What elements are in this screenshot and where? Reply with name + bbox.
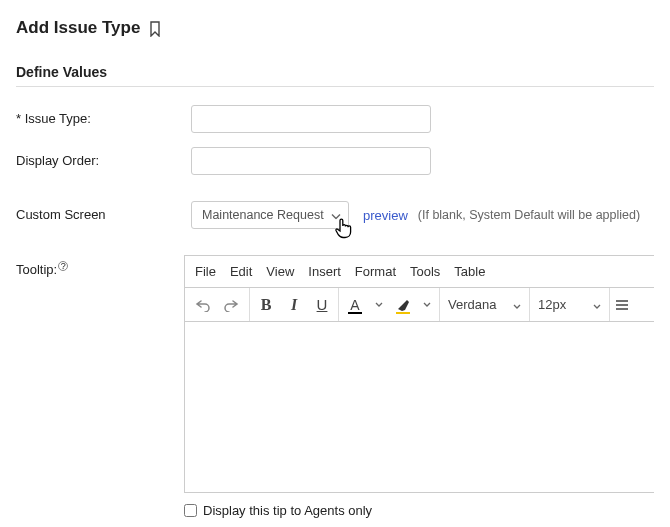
font-color-button[interactable]: A xyxy=(341,288,369,322)
editor-menu-edit[interactable]: Edit xyxy=(230,264,252,279)
preview-link[interactable]: preview xyxy=(363,208,408,223)
rich-text-editor: File Edit View Insert Format Tools Table xyxy=(184,255,654,493)
highlight-button[interactable] xyxy=(389,288,417,322)
chevron-down-icon xyxy=(513,297,521,312)
highlight-chevron[interactable] xyxy=(417,288,437,322)
issue-type-label: * Issue Type: xyxy=(16,105,191,126)
page-title: Add Issue Type xyxy=(16,18,140,38)
agents-only-checkbox[interactable] xyxy=(184,504,197,517)
font-size-select[interactable]: 12px xyxy=(530,288,610,321)
display-order-input[interactable] xyxy=(191,147,431,175)
editor-menubar: File Edit View Insert Format Tools Table xyxy=(185,256,654,288)
more-options-button[interactable] xyxy=(610,288,634,321)
editor-body[interactable] xyxy=(185,322,654,492)
editor-toolbar: B I U A xyxy=(185,288,654,322)
bold-button[interactable]: B xyxy=(252,288,280,322)
section-heading: Define Values xyxy=(16,64,654,80)
tooltip-label: Tooltip:? xyxy=(16,255,184,277)
issue-type-input[interactable] xyxy=(191,105,431,133)
editor-menu-file[interactable]: File xyxy=(195,264,216,279)
redo-button[interactable] xyxy=(217,288,245,322)
editor-menu-table[interactable]: Table xyxy=(454,264,485,279)
undo-button[interactable] xyxy=(189,288,217,322)
editor-menu-tools[interactable]: Tools xyxy=(410,264,440,279)
italic-button[interactable]: I xyxy=(280,288,308,322)
chevron-down-icon xyxy=(593,297,601,312)
editor-menu-insert[interactable]: Insert xyxy=(308,264,341,279)
font-color-chevron[interactable] xyxy=(369,288,389,322)
display-order-label: Display Order: xyxy=(16,147,191,168)
custom-screen-hint: (If blank, System Default will be applie… xyxy=(418,208,640,222)
section-divider xyxy=(16,86,654,87)
custom-screen-select[interactable]: Maintenance Request xyxy=(191,201,349,229)
editor-menu-view[interactable]: View xyxy=(266,264,294,279)
bookmark-icon[interactable] xyxy=(148,21,162,40)
editor-menu-format[interactable]: Format xyxy=(355,264,396,279)
agents-only-label: Display this tip to Agents only xyxy=(203,503,372,518)
font-family-select[interactable]: Verdana xyxy=(440,288,530,321)
underline-button[interactable]: U xyxy=(308,288,336,322)
custom-screen-label: Custom Screen xyxy=(16,201,191,222)
help-icon[interactable]: ? xyxy=(58,261,68,271)
